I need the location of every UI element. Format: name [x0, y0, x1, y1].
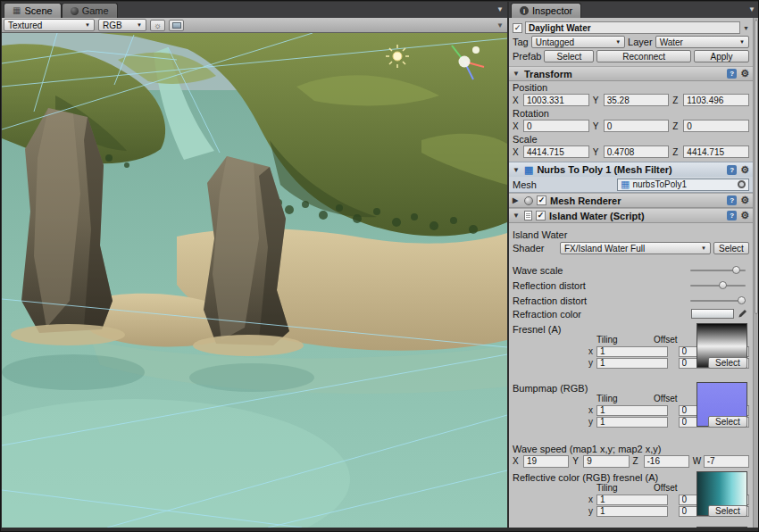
- rotation-y-field[interactable]: [604, 120, 670, 132]
- bumpmap-select-button[interactable]: Select: [708, 416, 747, 428]
- draw-mode-dropdown[interactable]: Textured ▼: [4, 19, 95, 31]
- object-picker-icon[interactable]: [738, 180, 746, 188]
- tab-game[interactable]: Game: [62, 3, 118, 18]
- fresnel-tiling-y-field[interactable]: [596, 358, 668, 369]
- rotation-z-field[interactable]: [683, 120, 749, 132]
- reflective-tiling-x-field[interactable]: [596, 495, 668, 505]
- y-axis-label: Y: [593, 147, 601, 157]
- tab-inspector[interactable]: i Inspector: [511, 3, 581, 18]
- help-icon[interactable]: ?: [727, 211, 737, 220]
- inspector-scrollbar[interactable]: [753, 18, 759, 528]
- layer-value: Water: [660, 37, 683, 47]
- position-x-field[interactable]: [523, 94, 589, 106]
- water-script-enabled-checkbox[interactable]: ✓: [536, 211, 546, 220]
- wave-speed-x-field[interactable]: [523, 455, 569, 468]
- help-icon[interactable]: ?: [727, 195, 737, 205]
- wave-speed-z-field[interactable]: [644, 455, 689, 468]
- prefab-apply-button[interactable]: Apply: [694, 50, 749, 62]
- scene-panel-menu-icon[interactable]: ▼: [496, 5, 504, 13]
- scale-fields: X Y Z: [509, 145, 753, 159]
- slider-thumb[interactable]: [732, 266, 740, 274]
- refraction-distort-slider[interactable]: [690, 295, 746, 306]
- tiling-header: Tiling: [596, 394, 643, 403]
- static-dropdown-icon[interactable]: ▼: [743, 25, 749, 31]
- mesh-filter-title: Nurbs To Poly 1 (Mesh Filter): [537, 164, 671, 175]
- tiling-header: Tiling: [596, 483, 643, 493]
- tab-scene[interactable]: ▦ Scene: [4, 3, 62, 18]
- reflective-cube-preview[interactable]: [696, 527, 747, 528]
- scale-x-field[interactable]: [523, 145, 589, 158]
- scene-viewport[interactable]: [2, 33, 507, 528]
- gear-icon[interactable]: ⚙: [740, 211, 749, 220]
- fresnel-select-button[interactable]: Select: [708, 357, 747, 369]
- scene-lighting-toggle-button[interactable]: ☼: [150, 20, 165, 31]
- scale-z-field[interactable]: [683, 145, 749, 158]
- wave-speed-y-field[interactable]: [583, 455, 629, 468]
- refraction-color-swatch[interactable]: [691, 309, 734, 319]
- bumpmap-tiling-x-field[interactable]: [596, 405, 668, 416]
- bumpmap-tiling-y-field[interactable]: [596, 417, 668, 428]
- water-script-header[interactable]: ▼ ✓ Island Water (Script) ? ⚙: [509, 208, 753, 223]
- mesh-filter-header[interactable]: ▼ ▦ Nurbs To Poly 1 (Mesh Filter) ? ⚙: [509, 162, 753, 177]
- wave-speed-label: Wave speed (map1 x,y; map2 x,y): [509, 443, 753, 454]
- mesh-row: Mesh ▦ nurbsToPoly1: [509, 177, 753, 192]
- reflective-select-button[interactable]: Select: [708, 505, 747, 517]
- tag-dropdown[interactable]: Untagged ▼: [531, 36, 625, 48]
- scrollbar-thumb[interactable]: [755, 20, 758, 314]
- mesh-renderer-header[interactable]: ▶ ✓ Mesh Renderer ? ⚙: [509, 193, 753, 208]
- gameobject-name-field[interactable]: [525, 21, 740, 34]
- wave-scale-slider[interactable]: [690, 264, 746, 276]
- shader-dropdown[interactable]: FX/Island Water Full ▼: [560, 242, 711, 254]
- position-z-field[interactable]: [683, 94, 749, 106]
- gameobject-header-row: ✓ ▼: [509, 21, 753, 35]
- tab-scene-label: Scene: [24, 5, 52, 16]
- position-label: Position: [509, 81, 753, 93]
- scale-y-field[interactable]: [604, 145, 670, 158]
- position-y-field[interactable]: [604, 94, 670, 106]
- help-icon[interactable]: ?: [727, 69, 737, 79]
- slider-thumb[interactable]: [719, 281, 727, 289]
- reflective-tiling-y-field[interactable]: [596, 506, 668, 517]
- rotation-x-field[interactable]: [523, 120, 589, 132]
- mesh-renderer-enabled-checkbox[interactable]: ✓: [537, 195, 546, 205]
- inspector-menu-icon[interactable]: ▼: [748, 5, 755, 13]
- unity-editor-window: ▦ Scene Game ▼ Textured ▼ RGB ▼ ☼ ▼: [0, 0, 759, 532]
- prefab-select-button[interactable]: Select: [544, 50, 594, 62]
- transform-header[interactable]: ▼ Transform ? ⚙: [509, 66, 753, 81]
- active-checkbox[interactable]: ✓: [513, 23, 522, 33]
- chevron-down-icon: ▼: [615, 39, 621, 45]
- tag-value: Untagged: [536, 37, 574, 47]
- render-mode-dropdown[interactable]: RGB ▼: [98, 19, 146, 31]
- fresnel-texture-block: Fresnel (A) Tiling Offset x y: [513, 323, 749, 370]
- row-x-label: x: [586, 405, 593, 415]
- w-axis-label: W: [693, 456, 701, 466]
- reflection-distort-row: Reflection distort: [509, 278, 753, 292]
- wave-speed-w-field[interactable]: [704, 455, 749, 468]
- wave-speed-fields: X Y Z W: [509, 454, 753, 468]
- slider-thumb[interactable]: [738, 296, 746, 304]
- scene-render: [2, 33, 507, 528]
- shader-label: Shader: [513, 243, 557, 254]
- prefab-reconnect-button[interactable]: Reconnect: [596, 50, 691, 62]
- refraction-distort-label: Refraction distort: [513, 295, 587, 306]
- layer-dropdown[interactable]: Water ▼: [655, 36, 749, 48]
- row-y-label: y: [586, 417, 593, 427]
- foldout-closed-icon[interactable]: ▶: [513, 196, 521, 204]
- foldout-open-icon[interactable]: ▼: [513, 212, 521, 220]
- help-icon[interactable]: ?: [727, 165, 737, 175]
- gear-icon[interactable]: ⚙: [740, 165, 749, 175]
- gear-icon[interactable]: ⚙: [740, 69, 749, 79]
- shader-select-button[interactable]: Select: [713, 242, 749, 254]
- fresnel-tiling-x-field[interactable]: [596, 346, 668, 357]
- foldout-open-icon[interactable]: ▼: [513, 70, 521, 78]
- tab-inspector-label: Inspector: [532, 5, 572, 16]
- scene-overlay-toggle-button[interactable]: [169, 20, 184, 31]
- eyedropper-icon[interactable]: [737, 309, 747, 320]
- reflection-distort-slider[interactable]: [690, 279, 746, 291]
- gear-icon[interactable]: ⚙: [740, 195, 749, 205]
- foldout-open-icon[interactable]: ▼: [513, 166, 521, 174]
- scene-toolbar-menu-icon[interactable]: ▼: [496, 21, 504, 29]
- mesh-object-field[interactable]: ▦ nurbsToPoly1: [617, 179, 749, 191]
- reflective-cube-texture-block: Reflective color cube (RGB) fresnel (A): [513, 527, 749, 528]
- reflective-cube-label: Reflective color cube (RGB) fresnel (A): [513, 527, 682, 528]
